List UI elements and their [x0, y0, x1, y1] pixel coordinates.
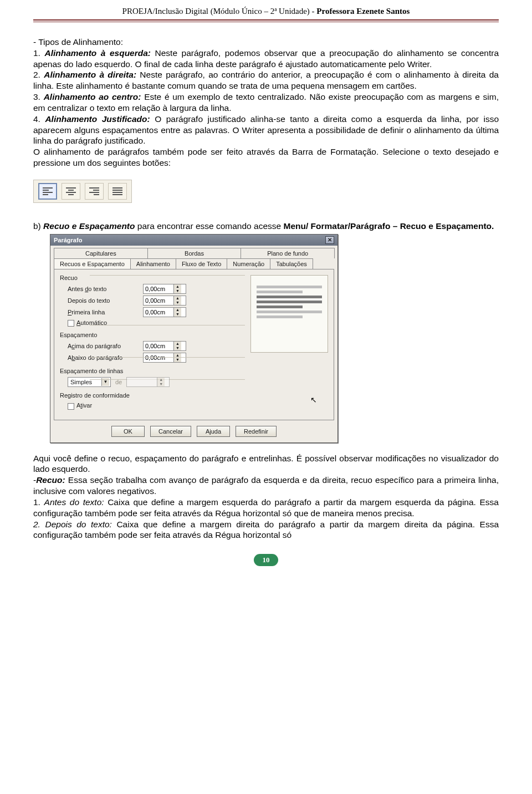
tab-fluxo-de-texto[interactable]: Fluxo de Texto	[176, 258, 227, 269]
group-registro: Registro de conformidade	[60, 391, 328, 399]
input-primeira-linha[interactable]	[144, 308, 173, 317]
heading-tipos: - Tipos de Alinhamento:	[33, 37, 499, 48]
cursor-icon: ↖	[310, 395, 317, 405]
para-barra-formatacao: O alinhamento de parágrafos também pode …	[33, 146, 499, 169]
label-depois-do-texto: Depois do texto	[60, 297, 143, 304]
label-acima-paragrafo: Acima do parágrafo	[60, 342, 143, 350]
align-justify-icon	[112, 187, 122, 195]
para-define-recuo: Aqui você define o recuo, espaçamento do…	[33, 453, 499, 475]
label-abaixo-paragrafo: Abaixo do parágrafo	[60, 354, 143, 362]
para-align-justify: 4. Alinhamento Justificado: O parágrafo …	[33, 114, 499, 146]
align-center-icon	[66, 187, 76, 195]
spin-antes-do-texto[interactable]: ▲▼	[143, 284, 186, 294]
spin-primeira-linha[interactable]: ▲▼	[143, 307, 186, 317]
input-acima-paragrafo[interactable]	[144, 342, 173, 350]
dropdown-value: Simples	[70, 378, 92, 386]
ok-button[interactable]: OK	[111, 426, 145, 437]
reset-button[interactable]: Redefinir	[236, 426, 277, 437]
spin-down-icon[interactable]: ▼	[173, 358, 181, 362]
tab-bordas[interactable]: Bordas	[147, 248, 242, 258]
dialog-titlebar: Parágrafo ✕	[50, 235, 337, 246]
header-teacher: Professora Ezenete Santos	[316, 7, 410, 16]
checkbox-automatico[interactable]	[68, 320, 74, 327]
spin-up-icon[interactable]: ▲	[173, 284, 181, 289]
align-justify-button[interactable]	[108, 183, 127, 200]
para-recuo-def: -Recuo: Essa seção trabalha com avanço d…	[33, 475, 499, 497]
spin-up-icon[interactable]: ▲	[173, 296, 181, 301]
para-depois-do-texto: 2. Depois do texto: Caixa que define a m…	[33, 519, 499, 541]
paragraph-preview	[250, 275, 328, 353]
align-left-button[interactable]	[38, 183, 57, 200]
header-left: PROEJA/Inclusão Digital (Módulo Único – …	[122, 7, 317, 16]
align-center-button[interactable]	[62, 183, 80, 200]
label-automatico: Automático	[60, 319, 143, 327]
align-toolbar	[33, 180, 132, 203]
spin-down-icon[interactable]: ▼	[173, 289, 181, 293]
input-depois-do-texto[interactable]	[144, 296, 173, 305]
cancel-button[interactable]: Cancelar	[150, 426, 191, 437]
header-rule	[33, 19, 499, 22]
input-antes-do-texto[interactable]	[144, 284, 173, 293]
label-ativar: Ativar	[60, 401, 143, 409]
para-align-right: 2. Alinhamento à direita: Neste parágraf…	[33, 69, 499, 91]
dialog-paragrafo: Parágrafo ✕ Capitulares Bordas Plano de …	[50, 234, 338, 443]
spin-down-icon[interactable]: ▼	[173, 346, 181, 350]
spin-down-icon[interactable]: ▼	[173, 301, 181, 305]
align-right-button[interactable]	[85, 183, 104, 200]
tab-numeracao[interactable]: Numeração	[227, 258, 270, 269]
align-left-icon	[43, 187, 53, 195]
align-right-icon	[89, 187, 99, 195]
tab-capitulares[interactable]: Capitulares	[54, 248, 148, 258]
spin-up-icon[interactable]: ▲	[173, 308, 181, 312]
input-abaixo-paragrafo[interactable]	[144, 353, 173, 362]
label-antes-do-texto: Antes do texto	[60, 285, 143, 293]
tab-recuos-espacamento[interactable]: Recuos e Espaçamento	[54, 258, 131, 269]
spin-acima-paragrafo[interactable]: ▲▼	[143, 341, 186, 351]
label-primeira-linha: Primeira linha	[60, 308, 143, 316]
close-icon[interactable]: ✕	[325, 236, 334, 244]
tab-tabulacoes[interactable]: Tabulações	[270, 258, 313, 269]
checkbox-ativar[interactable]	[68, 403, 74, 410]
help-button[interactable]: Ajuda	[197, 426, 230, 437]
para-align-center: 3. Alinhamento ao centro: Este é um exem…	[33, 91, 499, 114]
para-recuo-espacamento-intro: b) Recuo e Espaçamento para encontrar es…	[33, 221, 499, 232]
page-header: PROEJA/Inclusão Digital (Módulo Único – …	[33, 0, 499, 18]
para-align-left: 1. Alinhamento à esquerda: Neste parágra…	[33, 48, 499, 70]
spin-down-icon[interactable]: ▼	[173, 312, 181, 317]
spin-depois-do-texto[interactable]: ▲▼	[143, 296, 186, 306]
group-espacamento-linhas: Espaçamento de linhas	[60, 367, 328, 375]
spin-up-icon[interactable]: ▲	[173, 342, 181, 346]
page-number: 10	[254, 554, 278, 566]
dialog-body: Recuo Antes do texto ▲▼ Depois do texto …	[54, 269, 334, 420]
para-antes-do-texto: 1. Antes do texto: Caixa que define a ma…	[33, 497, 499, 519]
tab-alinhamento[interactable]: Alinhamento	[130, 258, 176, 269]
spin-de-valor: ▲▼	[126, 377, 170, 387]
spin-abaixo-paragrafo[interactable]: ▲▼	[143, 353, 186, 363]
dialog-title: Parágrafo	[54, 236, 82, 244]
tab-plano-de-fundo[interactable]: Plano de fundo	[241, 248, 335, 258]
